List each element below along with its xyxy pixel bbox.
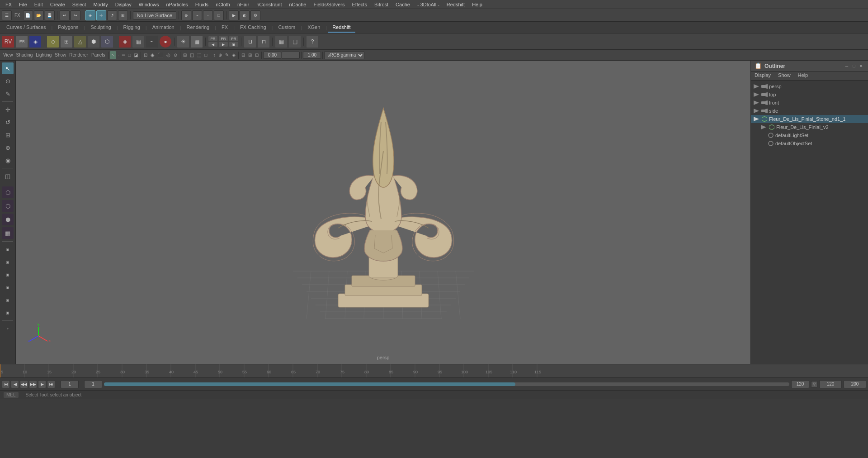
frame-sel-btn[interactable]: ⊞ [247, 51, 253, 59]
select2-btn[interactable]: ◈ [231, 51, 237, 59]
menu-file[interactable]: File [15, 1, 31, 8]
outliner-close-btn[interactable]: ✕ [858, 63, 864, 69]
tree-item-fleur-main[interactable]: Fleur_De_Lis_Finial_Stone_nd1_1 [751, 115, 868, 123]
render-region-btn[interactable]: ▦ [275, 35, 288, 48]
frame-all-btn[interactable]: ⊡ [254, 51, 260, 59]
menu-select[interactable]: Select [69, 1, 90, 8]
tab-curves-surfaces[interactable]: Curves / Surfaces [2, 23, 50, 33]
panels-menu-btn[interactable]: Panels [90, 51, 107, 59]
cup-btn[interactable]: ⊔ [244, 35, 256, 48]
playback-speed-btn[interactable]: ▽ [811, 381, 817, 387]
pr-btn3[interactable]: PR [229, 36, 239, 41]
grid-toggle-btn[interactable]: ⊞ [182, 51, 188, 59]
select-vertex-btn[interactable]: · [117, 51, 121, 59]
combine-btn[interactable]: ◇ [47, 35, 59, 48]
rotate-tool2-btn[interactable]: ↺ [2, 116, 14, 128]
isolate-btn[interactable]: ◎ [165, 51, 172, 59]
menu-fx[interactable]: FX [2, 1, 15, 8]
select-tool-btn[interactable]: ◈ [85, 10, 95, 20]
tab-polygons[interactable]: Polygons [53, 23, 83, 33]
shading-menu-btn[interactable]: Shading [15, 51, 34, 59]
new-scene-btn[interactable]: 📄 [23, 10, 33, 20]
scale-tool2-btn[interactable]: ⊞ [2, 129, 14, 141]
pr-sub3[interactable]: ▣ [229, 42, 239, 47]
mini-btn6[interactable]: ▣ [2, 307, 14, 319]
wave-btn[interactable]: ~ [146, 35, 158, 48]
menu-nhair[interactable]: nHair [234, 1, 253, 8]
render-settings-btn[interactable]: ⚙ [250, 10, 260, 20]
show-hide-btn[interactable]: ◫ [2, 170, 14, 182]
render-side4-btn[interactable]: ▦ [2, 227, 14, 239]
redo-btn[interactable]: ↪ [71, 10, 80, 20]
menu-create[interactable]: Create [47, 1, 69, 8]
go-start-btn[interactable]: ⏮ [2, 380, 10, 388]
menu-effects[interactable]: Effects [348, 1, 370, 8]
menu-3dtoall[interactable]: - 3DtoAll - [414, 1, 443, 8]
current-frame-input[interactable]: 1 [61, 380, 79, 388]
tab-redshift[interactable]: Redshift [328, 23, 355, 33]
play-fwd-btn[interactable]: ▶▶ [29, 380, 37, 388]
paint-select-btn[interactable]: ✎ [2, 88, 14, 100]
tab-rigging[interactable]: Rigging [119, 23, 145, 33]
rotate-tool-btn[interactable]: ↺ [107, 10, 117, 20]
camera-fit-btn[interactable]: ⊟ [240, 51, 246, 59]
view-menu-btn[interactable]: View [2, 51, 14, 59]
render-side-btn[interactable]: ⬡ [2, 186, 14, 198]
gate-btn[interactable]: ⬚ [196, 51, 203, 59]
mini-btn1[interactable]: ▣ [2, 243, 14, 255]
viewport[interactable]: persp Y X Z [16, 61, 750, 364]
menu-ncache[interactable]: nCache [285, 1, 310, 8]
bevel-btn[interactable]: ⬡ [101, 35, 113, 48]
pivot-btn[interactable]: ⊕ [217, 51, 223, 59]
menu-cache[interactable]: Cache [392, 1, 414, 8]
soft-mod-btn[interactable]: ◉ [2, 154, 14, 166]
extra-btn[interactable]: + [2, 323, 14, 334]
tab-fx-caching[interactable]: FX Caching [236, 23, 270, 33]
y-coord-input[interactable] [282, 52, 300, 59]
tab-animation[interactable]: Animation [148, 23, 179, 33]
menu-modify[interactable]: Modify [90, 1, 111, 8]
bridge-btn[interactable]: ⬢ [87, 35, 100, 48]
start-frame-input[interactable]: 1 [84, 380, 102, 388]
render-btn[interactable]: ▶ [229, 10, 239, 20]
snap-point-btn[interactable]: ◦ [203, 10, 213, 20]
prev-frame-btn[interactable]: ◀ [11, 380, 19, 388]
tree-item-top[interactable]: top [751, 91, 868, 99]
render-side3-btn[interactable]: ⬢ [2, 214, 14, 225]
resolution-btn[interactable]: □ [203, 51, 208, 59]
extrude-btn[interactable]: △ [74, 35, 86, 48]
transform-tool-btn[interactable]: ✛ [96, 10, 106, 20]
paint-fx-btn[interactable]: ✎ [224, 51, 230, 59]
menu-fluids[interactable]: Fluids [192, 1, 212, 8]
tab-xgen[interactable]: XGen [303, 23, 325, 33]
select-object-btn[interactable]: ↖ [110, 51, 116, 59]
outliner-help-menu[interactable]: Help [794, 72, 812, 80]
pr-btn2[interactable]: PR [218, 36, 228, 41]
smooth-shade-btn[interactable]: ◉ [149, 51, 156, 59]
next-frame-btn[interactable]: ▶ [38, 380, 46, 388]
help-btn[interactable]: ? [306, 35, 319, 48]
play-back-btn[interactable]: ◀◀ [20, 380, 28, 388]
menu-redshift[interactable]: Redshift [443, 1, 468, 8]
timeline-range-bar[interactable] [104, 382, 789, 386]
select-edge-btn[interactable]: ━ [121, 51, 126, 59]
menu-edit[interactable]: Edit [31, 1, 47, 8]
tree-item-lightset[interactable]: defaultLightSet [751, 131, 868, 139]
tree-item-side[interactable]: side [751, 107, 868, 115]
pr-btn1[interactable]: PR [208, 36, 218, 41]
assign-material-btn[interactable]: ◈ [118, 35, 131, 48]
mode-indicator[interactable]: MEL [4, 392, 19, 398]
tab-custom[interactable]: Custom [274, 23, 300, 33]
undo-btn[interactable]: ↩ [60, 10, 70, 20]
menu-nconstraint[interactable]: nConstraint [253, 1, 285, 8]
select-uv-btn[interactable]: ◪ [132, 51, 139, 59]
no-live-surface-btn[interactable]: No Live Surface [133, 11, 176, 19]
tree-item-front[interactable]: front [751, 99, 868, 107]
snap-view-btn[interactable]: □ [214, 10, 224, 20]
texture-display-btn[interactable]: ⬛ [156, 51, 165, 59]
lighting-menu-btn[interactable]: Lighting [34, 51, 53, 59]
outliner-maximize-btn[interactable]: □ [851, 63, 857, 69]
move-tool-btn[interactable]: ✛ [2, 104, 14, 115]
snap-to-grid-btn[interactable]: ⊕ [181, 10, 191, 20]
total-end-frame-input[interactable]: 200 [844, 380, 866, 388]
